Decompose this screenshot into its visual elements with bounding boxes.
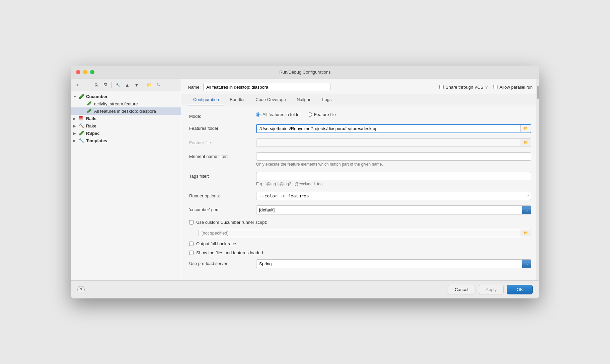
element-filter-row: Element name filter: Only execute the fe… [189, 152, 531, 167]
sidebar-item-rake[interactable]: ▶ 🔨 Rake [71, 122, 181, 129]
cucumber-gem-select[interactable]: [default] 1.3.20 2.0.0 [256, 206, 522, 214]
feature-file-browse-btn[interactable]: 📂 [521, 139, 531, 146]
preload-server-label: Use pre-load server: [189, 259, 256, 266]
runner-options-input[interactable] [256, 192, 524, 200]
runner-options-control: ⤢ [256, 192, 531, 200]
tags-filter-hint: E.g.: '@tag1,@tag2,~@excluded_tag' [256, 182, 531, 186]
down-button[interactable]: ▼ [133, 81, 141, 89]
sidebar-item-all-features-desktop[interactable]: 🥒 All features in desktop: diaspora [71, 107, 181, 115]
tags-filter-label: Tags filter: [189, 172, 256, 179]
element-filter-control: Only execute the feature elements which … [256, 152, 531, 167]
cucumber-gem-label: 'cucumber' gem: [189, 205, 256, 212]
custom-script-browse-btn[interactable]: 📂 [521, 230, 531, 237]
mode-folder-radio[interactable] [256, 112, 260, 117]
save-config-button[interactable]: 🖫 [101, 81, 109, 89]
close-button[interactable] [76, 70, 80, 74]
sidebar-item-activity-stream[interactable]: 🥒 activity_stream.feature [71, 100, 181, 107]
rake-arrow: ▶ [73, 124, 79, 128]
help-button[interactable]: ? [77, 286, 85, 293]
element-filter-hint: Only execute the feature elements which … [256, 162, 531, 167]
remove-config-button[interactable]: − [83, 81, 91, 89]
add-config-button[interactable]: + [73, 81, 81, 89]
rspec-icon: 🥒 [79, 130, 85, 136]
runner-options-expand-btn[interactable]: ⤢ [524, 193, 531, 199]
cucumber-gem-arrow: ⌄ [522, 208, 531, 212]
sidebar-item-templates[interactable]: ▶ 🔧 Templates [71, 137, 181, 144]
feature-file-row: Feature file: 📂 [189, 139, 531, 147]
features-folder-browse-btn[interactable]: 📂 [520, 125, 531, 132]
tags-filter-input[interactable] [256, 172, 531, 180]
parallel-run-checkbox[interactable] [493, 85, 498, 89]
feature-file-control: 📂 [256, 139, 531, 147]
mode-folder-option[interactable]: All features in folder [256, 112, 301, 117]
mode-folder-label: All features in folder [262, 112, 301, 117]
sidebar-item-rspec[interactable]: ▶ 🥒 RSpec [71, 129, 181, 137]
backtrace-checkbox[interactable] [189, 242, 194, 246]
sidebar-toolbar: + − ⎘ 🖫 🔧 ▲ ▼ [71, 79, 181, 91]
sort-button[interactable]: ⇅ [154, 81, 162, 89]
help-icon: ? [80, 287, 82, 292]
backtrace-row: Output full backtrace [189, 241, 531, 246]
preload-server-select[interactable]: Spring None [256, 260, 522, 268]
cucumber-gem-select-group: [default] 1.3.20 2.0.0 ⌄ [256, 205, 531, 214]
tab-logs[interactable]: Logs [317, 94, 337, 105]
up-button[interactable]: ▲ [123, 81, 131, 89]
titlebar: Run/Debug Configurations [71, 66, 539, 79]
tab-code-coverage[interactable]: Code Coverage [250, 94, 291, 105]
rails-label: Rails [86, 116, 96, 121]
custom-script-checkbox[interactable] [189, 220, 194, 224]
wrench-icon: 🔧 [116, 83, 121, 87]
rspec-label: RSpec [86, 131, 99, 136]
up-arrow-icon: ▲ [125, 82, 130, 88]
sidebar-item-rails[interactable]: ▶ 🛤 Rails [71, 115, 181, 122]
apply-button[interactable]: Apply [479, 285, 504, 294]
custom-script-row: Use custom Cucumber runner script: [189, 220, 531, 225]
custom-script-input[interactable] [199, 229, 521, 237]
tab-bundler[interactable]: Bundler [224, 94, 250, 105]
element-filter-input[interactable] [256, 152, 531, 161]
rails-arrow: ▶ [73, 117, 79, 120]
share-vcs-label: Share through VCS [446, 85, 483, 90]
tags-filter-row: Tags filter: E.g.: '@tag1,@tag2,~@exclud… [189, 172, 531, 186]
show-files-label: Show the files and features loaded [196, 250, 263, 255]
scrollbar-thumb[interactable] [537, 86, 539, 99]
show-files-row: Show the files and features loaded [189, 250, 531, 255]
runner-options-input-group: ⤢ [256, 192, 531, 200]
sidebar-item-cucumber[interactable]: ▼ 🥒 Cucumber [71, 93, 181, 100]
feature-file-input[interactable] [256, 139, 521, 147]
maximize-button[interactable] [90, 70, 94, 74]
down-arrow-icon: ▼ [134, 82, 139, 88]
runner-options-label: Runner options: [189, 192, 256, 198]
new-folder-button[interactable]: 📁 [145, 81, 153, 89]
preload-server-row: Use pre-load server: Spring None ⌄ [189, 259, 531, 268]
cucumber-arrow: ▼ [73, 95, 79, 98]
wrench-button[interactable]: 🔧 [114, 81, 122, 89]
cancel-button[interactable]: Cancel [448, 285, 475, 294]
plus-icon: + [76, 82, 79, 88]
window-controls [76, 70, 94, 74]
runner-options-row: Runner options: ⤢ [189, 192, 531, 200]
show-files-checkbox[interactable] [189, 251, 194, 255]
dialog-content: + − ⎘ 🖫 🔧 ▲ ▼ [71, 79, 539, 280]
mode-options: All features in folder Feature file [256, 112, 531, 117]
name-field-label: Name: [188, 85, 201, 90]
preload-server-arrow: ⌄ [522, 262, 531, 266]
tab-configuration[interactable]: Configuration [188, 94, 224, 105]
features-folder-label: Features folder: [189, 124, 256, 131]
name-row: Name: Share through VCS ? Allow parallel… [181, 79, 539, 94]
name-field[interactable] [203, 83, 330, 91]
activity-stream-label: activity_stream.feature [94, 101, 138, 106]
mode-file-radio[interactable] [308, 112, 312, 117]
copy-config-button[interactable]: ⎘ [92, 81, 100, 89]
ok-button[interactable]: OK [507, 285, 533, 294]
features-folder-input[interactable] [257, 125, 520, 132]
custom-script-input-group: 📂 [199, 229, 531, 237]
mode-file-option[interactable]: Feature file [308, 112, 336, 117]
features-folder-input-group: 📂 [256, 124, 531, 133]
all-features-desktop-label: All features in desktop: diaspora [94, 109, 156, 114]
mode-label: Mode: [189, 112, 256, 119]
minimize-button[interactable] [83, 70, 87, 74]
tab-nailgun[interactable]: Nailgun [291, 94, 317, 105]
apply-label: Apply [486, 287, 497, 292]
share-vcs-checkbox[interactable] [439, 85, 444, 89]
